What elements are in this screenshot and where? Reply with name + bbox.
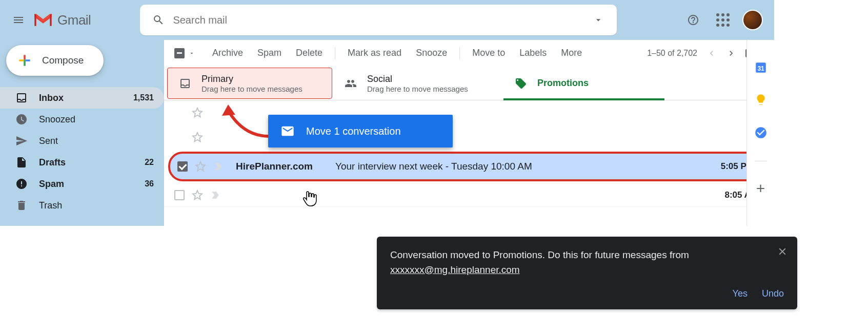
svg-point-2 bbox=[755, 127, 766, 138]
importance-icon[interactable] bbox=[213, 161, 224, 172]
file-icon bbox=[15, 156, 28, 169]
category-tabs: Primary Drag here to move messages Socia… bbox=[164, 67, 772, 100]
side-panel: 31 + bbox=[746, 40, 774, 226]
inbox-icon bbox=[15, 92, 28, 104]
tab-subtitle: Drag here to move messages bbox=[201, 85, 302, 93]
spam-button[interactable]: Spam bbox=[251, 48, 288, 58]
search-icon bbox=[152, 14, 165, 26]
compose-button[interactable]: Compose bbox=[6, 45, 104, 76]
email-row[interactable]: 8:05 AM bbox=[164, 183, 772, 207]
toast-yes-button[interactable]: Yes bbox=[733, 288, 748, 299]
pager-text: 1–50 of 2,702 bbox=[647, 49, 697, 58]
mark-read-button[interactable]: Mark as read bbox=[341, 48, 408, 58]
sidebar: Compose Inbox 1,531 Snoozed Sent bbox=[0, 40, 164, 226]
tasks-icon[interactable] bbox=[754, 126, 768, 139]
tab-subtitle: Drag here to move messages bbox=[367, 85, 468, 93]
tab-title: Social bbox=[367, 74, 468, 85]
keep-icon[interactable] bbox=[754, 93, 768, 107]
email-row-selected[interactable]: HirePlanner.com Your interview next week… bbox=[168, 152, 768, 181]
nav-count: 22 bbox=[145, 158, 154, 167]
google-apps-button[interactable] bbox=[713, 10, 733, 30]
clock-icon bbox=[15, 113, 28, 125]
header: Gmail bbox=[0, 0, 774, 40]
snooze-button[interactable]: Snooze bbox=[410, 48, 453, 58]
star-icon[interactable] bbox=[192, 190, 203, 201]
prev-page-button[interactable] bbox=[706, 48, 717, 58]
app-name: Gmail bbox=[57, 12, 91, 28]
tag-icon bbox=[515, 77, 527, 90]
nav-trash[interactable]: Trash bbox=[0, 195, 164, 216]
star-icon[interactable] bbox=[192, 107, 203, 118]
select-dropdown[interactable] bbox=[189, 50, 195, 56]
send-icon bbox=[15, 135, 28, 147]
get-addons-button[interactable]: + bbox=[756, 181, 765, 196]
next-page-button[interactable] bbox=[726, 48, 736, 58]
search-bar[interactable] bbox=[140, 5, 617, 35]
main-menu-button[interactable] bbox=[6, 8, 31, 32]
email-sender: HirePlanner.com bbox=[236, 161, 328, 172]
toast-close-button[interactable] bbox=[777, 246, 788, 259]
mail-icon bbox=[280, 124, 295, 138]
nav-snoozed[interactable]: Snoozed bbox=[0, 109, 164, 130]
importance-icon[interactable] bbox=[210, 190, 220, 200]
tab-title: Promotions bbox=[537, 78, 589, 89]
gmail-icon bbox=[33, 12, 53, 28]
close-icon bbox=[777, 246, 788, 257]
support-button[interactable] bbox=[683, 10, 703, 30]
star-icon[interactable] bbox=[192, 132, 203, 143]
nav-drafts[interactable]: Drafts 22 bbox=[0, 152, 164, 173]
tab-promotions[interactable]: Promotions bbox=[503, 67, 674, 100]
nav-spam[interactable]: Spam 36 bbox=[0, 173, 164, 195]
gmail-logo[interactable]: Gmail bbox=[33, 12, 91, 28]
drag-text: Move 1 conversation bbox=[306, 125, 401, 137]
nav-count: 1,531 bbox=[133, 93, 154, 102]
compose-label: Compose bbox=[42, 55, 84, 66]
separator bbox=[335, 47, 335, 59]
header-right bbox=[683, 10, 768, 30]
spam-icon bbox=[15, 178, 28, 190]
tab-social[interactable]: Social Drag here to move messages bbox=[333, 67, 503, 100]
toolbar: Archive Spam Delete Mark as read Snooze … bbox=[164, 40, 772, 67]
nav-count: 36 bbox=[145, 179, 154, 188]
archive-button[interactable]: Archive bbox=[206, 48, 249, 58]
gmail-app: Gmail Compose bbox=[0, 0, 774, 226]
nav-label: Spam bbox=[39, 179, 145, 190]
search-button[interactable] bbox=[147, 9, 170, 31]
toast-message: Conversation moved to Promotions. Do thi… bbox=[390, 248, 784, 277]
calendar-icon[interactable]: 31 bbox=[754, 60, 768, 74]
more-button[interactable]: More bbox=[555, 48, 588, 58]
hamburger-icon bbox=[12, 14, 25, 26]
search-input[interactable] bbox=[170, 14, 587, 26]
nav-label: Sent bbox=[39, 136, 154, 146]
row-checkbox[interactable] bbox=[174, 190, 185, 200]
nav-label: Drafts bbox=[39, 157, 145, 168]
nav-inbox[interactable]: Inbox 1,531 bbox=[0, 87, 164, 109]
apps-grid-icon bbox=[716, 13, 730, 27]
select-all-checkbox[interactable] bbox=[174, 48, 185, 58]
cursor-hand-icon bbox=[302, 191, 317, 207]
search-options-button[interactable] bbox=[587, 9, 610, 31]
tab-primary[interactable]: Primary Drag here to move messages bbox=[167, 68, 332, 99]
nav-sent[interactable]: Sent bbox=[0, 130, 164, 152]
toast-undo-button[interactable]: Undo bbox=[762, 288, 784, 299]
delete-button[interactable]: Delete bbox=[290, 48, 329, 58]
inbox-icon bbox=[179, 77, 191, 90]
caret-down-icon bbox=[593, 15, 603, 25]
move-to-button[interactable]: Move to bbox=[466, 48, 511, 58]
toast-notification: Conversation moved to Promotions. Do thi… bbox=[377, 237, 797, 309]
toast-email-link[interactable]: xxxxxxx@mg.hireplanner.com bbox=[390, 264, 520, 275]
nav-list: Inbox 1,531 Snoozed Sent Drafts 22 bbox=[0, 87, 164, 216]
toast-actions: Yes Undo bbox=[390, 288, 784, 299]
labels-button[interactable]: Labels bbox=[513, 48, 553, 58]
svg-text:31: 31 bbox=[757, 65, 764, 72]
drag-tooltip: Move 1 conversation bbox=[268, 115, 453, 148]
tab-title: Primary bbox=[201, 74, 302, 85]
people-icon bbox=[345, 77, 357, 90]
nav-label: Inbox bbox=[39, 93, 133, 103]
account-avatar[interactable] bbox=[742, 10, 763, 30]
row-checkbox[interactable] bbox=[177, 161, 188, 172]
separator bbox=[459, 47, 460, 59]
separator bbox=[755, 161, 767, 161]
star-icon[interactable] bbox=[195, 161, 206, 172]
nav-label: Snoozed bbox=[39, 114, 154, 125]
